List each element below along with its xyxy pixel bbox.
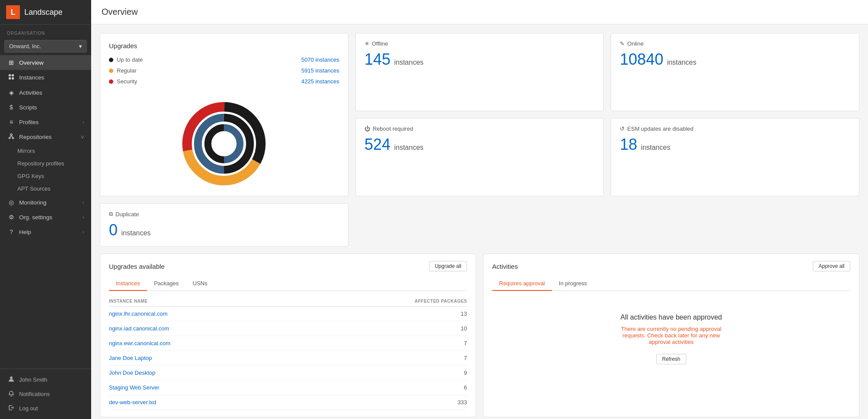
offline-count[interactable]: 145 xyxy=(365,50,391,68)
col-instance-name: INSTANCE NAME xyxy=(109,296,302,307)
app-name: Landscape xyxy=(24,8,62,17)
tab-in-progress[interactable]: In progress xyxy=(552,277,594,291)
sidebar-item-repository-profiles[interactable]: Repository profiles xyxy=(0,157,91,170)
legend-link-regular[interactable]: 5915 instances xyxy=(301,67,339,74)
sidebar-item-monitoring[interactable]: ◎ Monitoring › xyxy=(0,195,91,210)
svg-point-9 xyxy=(10,376,13,379)
logo-icon: L xyxy=(6,5,20,19)
instance-link[interactable]: Jane Doe Laptop xyxy=(109,351,302,366)
reboot-icon: ⏻ xyxy=(365,125,370,132)
esm-card: ↺ ESM updates are disabled 18 instances xyxy=(611,118,859,196)
sidebar-item-activities[interactable]: ◈ Activities xyxy=(0,85,91,100)
table-row: Jane Doe Laptop 7 xyxy=(109,351,467,366)
sidebar-item-profiles[interactable]: ≡ Profiles › xyxy=(0,115,91,129)
svg-rect-2 xyxy=(9,77,11,79)
upgrades-card: Upgrades Up to date 5070 instances Regul… xyxy=(100,33,349,196)
duplicate-unit: instances xyxy=(119,229,151,237)
esm-title: ↺ ESM updates are disabled xyxy=(620,125,850,132)
instance-link[interactable]: John Doe Desktop xyxy=(109,366,302,380)
org-selector[interactable]: Onward, Inc. ▾ xyxy=(4,40,87,53)
sidebar-item-overview[interactable]: ⊞ Overview xyxy=(0,55,91,70)
instance-link[interactable]: Staging Web Server xyxy=(109,380,302,395)
sidebar-item-gpg-keys[interactable]: GPG Keys xyxy=(0,170,91,182)
sidebar-item-repositories[interactable]: Repositories ∨ xyxy=(0,129,91,145)
online-count[interactable]: 10840 xyxy=(620,50,663,68)
offline-title: ✳ Offline xyxy=(365,40,595,47)
svg-rect-0 xyxy=(9,74,11,76)
reboot-count[interactable]: 524 xyxy=(365,135,391,153)
tab-packages[interactable]: Packages xyxy=(147,277,186,291)
settings-icon: ⚙ xyxy=(7,214,16,221)
refresh-button[interactable]: Refresh xyxy=(656,354,686,364)
user-profile[interactable]: John Smith xyxy=(0,373,91,387)
activities-empty-title: All activities have been approved xyxy=(621,313,722,321)
chevron-right-icon: › xyxy=(82,200,84,205)
tab-requires-approval[interactable]: Requires approval xyxy=(492,277,552,291)
sidebar-item-org-settings[interactable]: ⚙ Org. settings › xyxy=(0,210,91,224)
svg-rect-1 xyxy=(12,74,14,76)
package-count: 7 xyxy=(302,336,467,351)
online-card: ✎ Online 10840 instances xyxy=(611,33,859,111)
upgrade-all-button[interactable]: Upgrade all xyxy=(429,261,467,271)
org-label: ORGANISATION xyxy=(0,25,91,37)
esm-count[interactable]: 18 xyxy=(620,135,637,153)
mirrors-label: Mirrors xyxy=(17,148,35,154)
table-row: nginx.ewr.canonical.com 7 xyxy=(109,336,467,351)
instance-link[interactable]: dev-web-server.lxd xyxy=(109,395,302,410)
upgrades-title: Upgrades xyxy=(109,42,339,49)
legend-link-up-to-date[interactable]: 5070 instances xyxy=(301,56,339,63)
sidebar-item-label: Profiles xyxy=(19,119,39,125)
approve-all-button[interactable]: Approve all xyxy=(813,261,850,271)
username: John Smith xyxy=(19,376,47,383)
instance-link[interactable]: nginx.ewr.canonical.com xyxy=(109,336,302,351)
chevron-right-icon: › xyxy=(82,119,84,125)
apt-sources-label: APT Sources xyxy=(17,185,50,192)
package-count: 6 xyxy=(302,380,467,395)
donut-chart xyxy=(109,100,339,187)
top-grid: Upgrades Up to date 5070 instances Regul… xyxy=(100,33,859,247)
activities-empty-desc: There are currently no pending approval … xyxy=(615,326,728,345)
legend-link-security[interactable]: 4225 instances xyxy=(301,78,339,85)
logout-link[interactable]: Log out xyxy=(0,401,91,416)
repo-profiles-label: Repository profiles xyxy=(17,160,64,167)
reboot-card: ⏻ Reboot required 524 instances xyxy=(355,118,604,196)
sidebar-item-scripts[interactable]: $ Scripts xyxy=(0,100,91,115)
bell-icon xyxy=(7,390,16,398)
table-row: nginx.lhr.canonical.com 13 xyxy=(109,307,467,321)
reboot-unit: instances xyxy=(392,144,424,151)
sidebar-item-apt-sources[interactable]: APT Sources xyxy=(0,182,91,195)
scripts-icon: $ xyxy=(7,104,16,111)
activities-tabs: Requires approval In progress xyxy=(492,277,850,291)
table-row: nginx.iad.canonical.com 10 xyxy=(109,321,467,336)
profiles-icon: ≡ xyxy=(7,119,16,125)
legend-dot-up-to-date xyxy=(109,58,113,62)
chevron-right-icon: › xyxy=(82,214,84,220)
instance-link[interactable]: nginx.lhr.canonical.com xyxy=(109,307,302,321)
sidebar-item-label: Overview xyxy=(19,59,43,66)
activities-title: Activities xyxy=(492,263,518,270)
online-icon: ✎ xyxy=(620,40,625,47)
main-content: Overview Upgrades Up to date 5070 instan… xyxy=(91,0,868,419)
duplicate-icon: ⧉ xyxy=(109,211,113,218)
upgrades-legend: Up to date 5070 instances Regular 5915 i… xyxy=(109,56,339,89)
overview-icon: ⊞ xyxy=(7,59,16,66)
package-count: 333 xyxy=(302,395,467,410)
sidebar-item-help[interactable]: ? Help › xyxy=(0,224,91,239)
sidebar-item-mirrors[interactable]: Mirrors xyxy=(0,145,91,157)
duplicate-count[interactable]: 0 xyxy=(109,221,118,239)
tab-instances[interactable]: Instances xyxy=(109,277,147,291)
offline-icon: ✳ xyxy=(365,40,369,47)
instance-link[interactable]: nginx.iad.canonical.com xyxy=(109,321,302,336)
org-name: Onward, Inc. xyxy=(9,43,41,49)
esm-icon: ↺ xyxy=(620,125,625,132)
notifications-link[interactable]: Notifications xyxy=(0,387,91,401)
sidebar-item-instances[interactable]: Instances xyxy=(0,70,91,85)
online-unit: instances xyxy=(665,59,696,66)
col-affected-packages: AFFECTED PACKAGES xyxy=(302,296,467,307)
sidebar-item-label: Scripts xyxy=(19,104,37,111)
package-count: 7 xyxy=(302,351,467,366)
tab-usns[interactable]: USNs xyxy=(186,277,214,291)
package-count: 9 xyxy=(302,366,467,380)
offline-card: ✳ Offline 145 instances xyxy=(355,33,604,111)
activities-empty-state: All activities have been approved There … xyxy=(492,296,850,382)
